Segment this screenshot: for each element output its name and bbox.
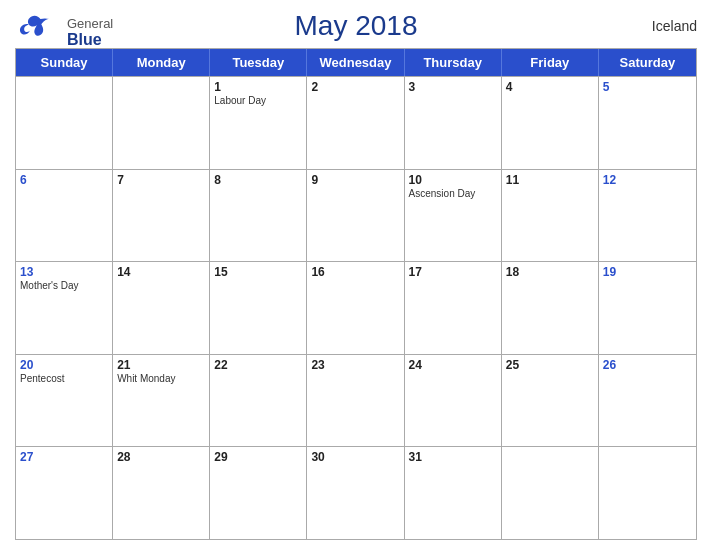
col-sunday: Sunday: [16, 49, 113, 76]
day-number: 20: [20, 358, 108, 372]
cal-cell-0-0: [16, 77, 113, 169]
col-tuesday: Tuesday: [210, 49, 307, 76]
week-row-2: 678910Ascension Day1112: [16, 169, 696, 262]
cal-cell-0-1: [113, 77, 210, 169]
day-number: 5: [603, 80, 692, 94]
cal-cell-0-5: 4: [502, 77, 599, 169]
day-number: 31: [409, 450, 497, 464]
day-number: 28: [117, 450, 205, 464]
day-number: 4: [506, 80, 594, 94]
calendar-header-row: Sunday Monday Tuesday Wednesday Thursday…: [16, 49, 696, 76]
day-number: 6: [20, 173, 108, 187]
cal-cell-4-0: 27: [16, 447, 113, 539]
cal-cell-1-6: 12: [599, 170, 696, 262]
day-number: 17: [409, 265, 497, 279]
day-number: 24: [409, 358, 497, 372]
calendar-body: 1Labour Day2345678910Ascension Day111213…: [16, 76, 696, 539]
cal-cell-2-0: 13Mother's Day: [16, 262, 113, 354]
cal-cell-3-6: 26: [599, 355, 696, 447]
cal-cell-4-4: 31: [405, 447, 502, 539]
cal-cell-2-5: 18: [502, 262, 599, 354]
cal-cell-4-3: 30: [307, 447, 404, 539]
cal-cell-3-2: 22: [210, 355, 307, 447]
logo-icon: [15, 12, 65, 52]
cal-cell-1-1: 7: [113, 170, 210, 262]
cal-cell-0-2: 1Labour Day: [210, 77, 307, 169]
cal-cell-0-6: 5: [599, 77, 696, 169]
holiday-name: Ascension Day: [409, 188, 497, 199]
day-number: 8: [214, 173, 302, 187]
cal-cell-1-0: 6: [16, 170, 113, 262]
day-number: 18: [506, 265, 594, 279]
day-number: 12: [603, 173, 692, 187]
col-monday: Monday: [113, 49, 210, 76]
day-number: 19: [603, 265, 692, 279]
cal-cell-3-3: 23: [307, 355, 404, 447]
day-number: 29: [214, 450, 302, 464]
col-thursday: Thursday: [405, 49, 502, 76]
day-number: 16: [311, 265, 399, 279]
logo-text: General Blue: [67, 16, 113, 49]
page-title: May 2018: [295, 10, 418, 42]
day-number: 21: [117, 358, 205, 372]
logo-blue-text: Blue: [67, 31, 113, 49]
cal-cell-4-6: [599, 447, 696, 539]
cal-cell-2-4: 17: [405, 262, 502, 354]
col-wednesday: Wednesday: [307, 49, 404, 76]
cal-cell-1-5: 11: [502, 170, 599, 262]
cal-cell-3-4: 24: [405, 355, 502, 447]
logo-general-text: General: [67, 16, 113, 31]
cal-cell-1-4: 10Ascension Day: [405, 170, 502, 262]
day-number: 2: [311, 80, 399, 94]
day-number: 30: [311, 450, 399, 464]
holiday-name: Mother's Day: [20, 280, 108, 291]
day-number: 27: [20, 450, 108, 464]
day-number: 3: [409, 80, 497, 94]
holiday-name: Whit Monday: [117, 373, 205, 384]
day-number: 1: [214, 80, 302, 94]
cal-cell-2-3: 16: [307, 262, 404, 354]
day-number: 10: [409, 173, 497, 187]
cal-cell-0-4: 3: [405, 77, 502, 169]
col-friday: Friday: [502, 49, 599, 76]
cal-cell-2-2: 15: [210, 262, 307, 354]
holiday-name: Labour Day: [214, 95, 302, 106]
country-label: Iceland: [652, 18, 697, 34]
week-row-3: 13Mother's Day141516171819: [16, 261, 696, 354]
cal-cell-4-1: 28: [113, 447, 210, 539]
cal-cell-2-1: 14: [113, 262, 210, 354]
week-row-5: 2728293031: [16, 446, 696, 539]
day-number: 15: [214, 265, 302, 279]
holiday-name: Pentecost: [20, 373, 108, 384]
day-number: 14: [117, 265, 205, 279]
day-number: 22: [214, 358, 302, 372]
col-saturday: Saturday: [599, 49, 696, 76]
day-number: 23: [311, 358, 399, 372]
cal-cell-3-5: 25: [502, 355, 599, 447]
cal-cell-0-3: 2: [307, 77, 404, 169]
cal-cell-3-1: 21Whit Monday: [113, 355, 210, 447]
week-row-4: 20Pentecost21Whit Monday2223242526: [16, 354, 696, 447]
calendar-page: General Blue May 2018 Iceland Sunday Mon…: [0, 0, 712, 550]
day-number: 11: [506, 173, 594, 187]
day-number: 26: [603, 358, 692, 372]
week-row-1: 1Labour Day2345: [16, 76, 696, 169]
calendar-header: General Blue May 2018 Iceland: [15, 10, 697, 42]
cal-cell-4-5: [502, 447, 599, 539]
calendar-grid: Sunday Monday Tuesday Wednesday Thursday…: [15, 48, 697, 540]
day-number: 13: [20, 265, 108, 279]
cal-cell-4-2: 29: [210, 447, 307, 539]
logo: General Blue: [15, 12, 113, 52]
cal-cell-2-6: 19: [599, 262, 696, 354]
day-number: 9: [311, 173, 399, 187]
cal-cell-1-3: 9: [307, 170, 404, 262]
cal-cell-3-0: 20Pentecost: [16, 355, 113, 447]
cal-cell-1-2: 8: [210, 170, 307, 262]
day-number: 25: [506, 358, 594, 372]
day-number: 7: [117, 173, 205, 187]
